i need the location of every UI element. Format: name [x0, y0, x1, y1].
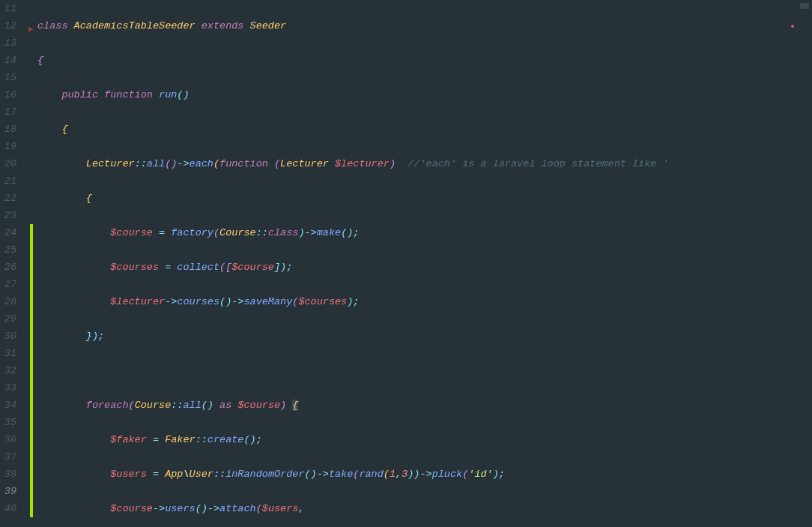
code-line: class AcademicsTableSeeder extends Seede… [37, 17, 812, 34]
fold-arrow-icon[interactable]: ▶ [28, 21, 34, 38]
line-number-gutter: 1112131415161718192021222324252627282930… [0, 0, 30, 527]
code-line [37, 362, 812, 379]
code-line: { [37, 52, 812, 69]
code-line: $course->users()->attach($users, [37, 500, 812, 517]
code-line: }); [37, 328, 812, 345]
code-line: { [37, 190, 812, 207]
code-line: $courses = collect([$course]); [37, 259, 812, 276]
code-line: $course = factory(Course::class)->make()… [37, 224, 812, 241]
code-line: Lecturer::all()->each(function (Lecturer… [37, 155, 812, 172]
code-area[interactable]: class AcademicsTableSeeder extends Seede… [33, 0, 812, 527]
code-line: $lecturer->courses()->saveMany($courses)… [37, 293, 812, 310]
code-line: foreach(Course::all() as $course) { [37, 397, 812, 414]
code-line: $users = App\User::inRandomOrder()->take… [37, 466, 812, 483]
minimap-preview [800, 3, 809, 9]
code-line: $faker = Faker::create(); [37, 431, 812, 448]
code-line: { [37, 121, 812, 138]
code-editor[interactable]: 1112131415161718192021222324252627282930… [0, 0, 812, 527]
code-line: public function run() [37, 86, 812, 103]
